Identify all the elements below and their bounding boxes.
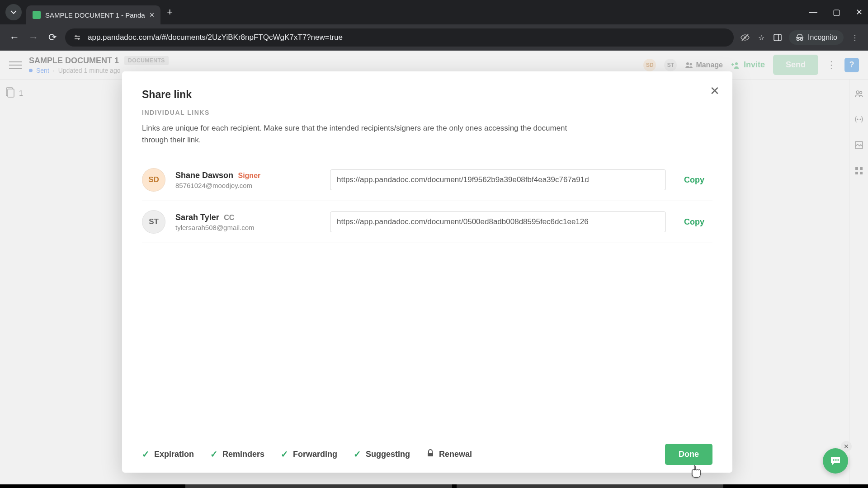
done-button[interactable]: Done (665, 444, 712, 465)
invite-icon (731, 61, 740, 70)
manage-button[interactable]: Manage (685, 61, 723, 69)
svg-rect-18 (855, 141, 863, 149)
svg-point-7 (801, 38, 803, 41)
recipient-row: ST Sarah Tyler CC tylersarah508@gmail.co… (142, 201, 712, 243)
menu-button[interactable] (9, 59, 22, 71)
svg-point-17 (859, 119, 861, 120)
svg-point-26 (837, 459, 839, 461)
recipient-email: 85761024@moodjoy.com (175, 182, 320, 189)
help-button[interactable]: ? (844, 58, 859, 72)
svg-rect-20 (860, 167, 863, 170)
svg-rect-22 (860, 172, 863, 174)
site-settings-icon[interactable] (72, 33, 82, 42)
send-button[interactable]: Send (773, 55, 818, 75)
share-link-input[interactable] (330, 211, 666, 232)
more-button[interactable]: ⋮ (826, 59, 836, 71)
browser-tab[interactable]: SAMPLE DOCUMENT 1 - Panda × (26, 5, 160, 24)
check-icon: ✓ (281, 449, 288, 460)
maximize-button[interactable]: ▢ (833, 7, 840, 17)
recipient-row: SD Shane Dawson Signer 85761024@moodjoy.… (142, 159, 712, 201)
chat-icon (829, 454, 842, 468)
documents-badge: DOCUMENTS (124, 56, 169, 65)
content-icon[interactable] (854, 140, 864, 152)
recipient-name: Shane Dawson (175, 171, 233, 180)
invite-label: Invite (744, 60, 765, 70)
svg-point-16 (857, 119, 858, 120)
updated-label: Updated 1 minute ago (58, 67, 121, 74)
option-label: Reminders (222, 450, 264, 459)
invite-button[interactable]: Invite (731, 60, 765, 70)
option-label: Suggesting (366, 450, 410, 459)
manage-label: Manage (696, 61, 723, 69)
incognito-icon (795, 33, 804, 42)
svg-point-15 (859, 92, 862, 94)
bookmark-icon[interactable]: ☆ (756, 33, 766, 42)
browser-tab-strip: SAMPLE DOCUMENT 1 - Panda × + ― ▢ ✕ (0, 0, 868, 24)
close-icon[interactable]: × (150, 10, 155, 20)
status-separator: · (53, 67, 55, 74)
tab-title: SAMPLE DOCUMENT 1 - Panda (45, 11, 145, 19)
check-icon: ✓ (354, 449, 361, 460)
variables-icon[interactable] (854, 114, 864, 127)
dismiss-chat-button[interactable]: ✕ (841, 441, 852, 452)
dialog-section-label: INDIVIDUAL LINKS (142, 109, 712, 116)
svg-point-10 (690, 63, 692, 65)
new-tab-button[interactable]: + (167, 6, 173, 18)
kebab-menu-button[interactable]: ⋮ (850, 33, 860, 42)
incognito-indicator[interactable]: Incognito (789, 30, 844, 45)
favicon (33, 11, 41, 19)
share-option[interactable]: ✓Forwarding (281, 449, 337, 460)
browser-toolbar: ← → ⟳ app.pandadoc.com/a/#/documents/2Uz… (0, 24, 868, 51)
check-icon: ✓ (210, 449, 218, 460)
svg-rect-19 (855, 167, 858, 170)
pages-icon (5, 87, 15, 100)
minimize-button[interactable]: ― (809, 7, 817, 17)
share-option[interactable]: ✓Suggesting (354, 449, 410, 460)
share-link-input[interactable] (330, 169, 666, 190)
avatar-sd[interactable]: SD (643, 59, 656, 71)
share-option[interactable]: ✓Reminders (210, 449, 264, 460)
right-sidebar (849, 80, 868, 488)
chat-fab[interactable] (823, 448, 848, 474)
blocked-eye-icon[interactable] (740, 33, 750, 42)
close-dialog-button[interactable]: ✕ (710, 84, 720, 98)
recipient-role: CC (222, 214, 235, 221)
svg-rect-21 (855, 172, 858, 174)
url-text: app.pandadoc.com/a/#/documents/2UzYiBKr8… (88, 33, 343, 42)
svg-point-24 (833, 459, 835, 461)
avatar-st[interactable]: ST (664, 59, 677, 71)
option-label: Renewal (439, 450, 472, 459)
status-label: Sent (36, 67, 49, 74)
svg-point-14 (856, 91, 859, 94)
svg-rect-23 (428, 453, 433, 456)
reload-button[interactable]: ⟳ (46, 31, 59, 44)
close-window-button[interactable]: ✕ (856, 7, 863, 17)
recipient-role: Signer (236, 172, 260, 179)
avatar: ST (142, 210, 165, 234)
tab-search-button[interactable] (5, 4, 22, 20)
option-label: Forwarding (293, 450, 337, 459)
apps-icon[interactable] (854, 166, 864, 178)
address-bar[interactable]: app.pandadoc.com/a/#/documents/2UzYiBKr8… (65, 28, 734, 47)
svg-point-25 (835, 459, 837, 461)
copy-button[interactable]: Copy (676, 213, 712, 231)
dialog-title: Share link (142, 89, 712, 101)
svg-point-0 (75, 35, 77, 37)
share-option[interactable]: ✓Expiration (142, 449, 194, 460)
incognito-label: Incognito (808, 33, 837, 42)
copy-button[interactable]: Copy (676, 171, 712, 189)
avatar: SD (142, 168, 165, 192)
back-button[interactable]: ← (8, 31, 21, 44)
side-panel-icon[interactable] (773, 33, 783, 42)
share-option[interactable]: Renewal (426, 449, 472, 460)
svg-point-11 (735, 62, 738, 65)
forward-button[interactable]: → (27, 31, 40, 44)
recipient-name: Sarah Tyler (175, 213, 219, 222)
page-count: 1 (19, 89, 23, 98)
svg-point-6 (797, 38, 799, 41)
page-title: SAMPLE DOCUMENT 1 (29, 56, 119, 66)
lock-icon (426, 449, 434, 460)
page-thumbnails[interactable]: 1 (5, 87, 23, 100)
check-icon: ✓ (142, 449, 150, 460)
recipients-icon[interactable] (854, 89, 864, 101)
